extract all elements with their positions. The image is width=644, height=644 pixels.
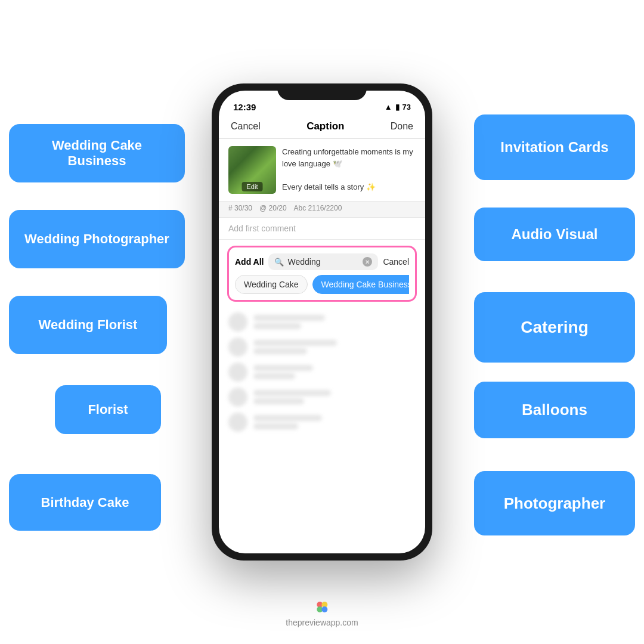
- pill-label: Photographer: [504, 494, 605, 513]
- blurred-avatar: [228, 312, 247, 332]
- search-input[interactable]: Wedding: [287, 257, 359, 267]
- pill-label: Florist: [88, 402, 128, 417]
- blurred-avatar: [228, 413, 247, 432]
- caption-line2: Every detail tells a story ✨: [282, 181, 416, 193]
- phone-screen: 12:39 ▲ ▮ 73 Cancel Caption Done: [219, 91, 425, 553]
- page-wrapper: Wedding Cake Business Wedding Photograph…: [0, 0, 644, 644]
- search-input-wrapper[interactable]: 🔍 Wedding ✕: [268, 253, 378, 270]
- bottom-branding: thepreviewapp.com: [286, 599, 358, 627]
- blurred-line: [253, 373, 295, 379]
- done-button[interactable]: Done: [391, 121, 413, 132]
- blurred-row-4: [228, 388, 416, 407]
- cancel-button[interactable]: Cancel: [231, 121, 261, 132]
- blurred-text: [253, 340, 337, 354]
- phone-outer: 12:39 ▲ ▮ 73 Cancel Caption Done: [212, 83, 432, 561]
- blurred-avatar: [228, 338, 247, 357]
- tag-chip-wedding-cake-business[interactable]: Wedding Cake Business: [312, 275, 409, 294]
- pill-balloons[interactable]: Balloons: [474, 382, 635, 438]
- blurred-text: [253, 315, 325, 329]
- svg-point-3: [321, 606, 327, 612]
- blurred-row-2: [228, 338, 416, 357]
- app-url: thepreviewapp.com: [286, 618, 358, 627]
- tag-chips-row: Wedding Cake Wedding Cake Business Weddi…: [235, 275, 409, 294]
- post-preview: Edit Creating unforgettable moments is m…: [219, 139, 425, 202]
- phone-notch: [277, 83, 367, 100]
- blurred-row-3: [228, 363, 416, 382]
- blurred-line: [253, 423, 298, 429]
- blurred-line: [253, 323, 301, 329]
- add-all-button[interactable]: Add All: [235, 257, 264, 267]
- hashtag-stats: # 30/30 @ 20/20 Abc 2116/2200: [219, 202, 425, 218]
- blurred-line: [253, 390, 331, 396]
- mention-count: @ 20/20: [259, 204, 287, 212]
- pill-label: Birthday Cake: [41, 495, 129, 510]
- search-section: Add All 🔍 Wedding ✕ Cancel Wedding Cake: [227, 246, 417, 302]
- battery-percent: 73: [402, 103, 411, 112]
- post-caption[interactable]: Creating unforgettable moments is my lov…: [282, 146, 416, 194]
- nav-bar: Cancel Caption Done: [219, 117, 425, 139]
- pill-birthday-cake[interactable]: Birthday Cake: [9, 474, 161, 531]
- battery-icon: ▮: [395, 103, 400, 112]
- pill-audio-visual[interactable]: Audio Visual: [474, 208, 635, 261]
- pill-label: Balloons: [522, 401, 587, 419]
- blurred-avatar: [228, 388, 247, 407]
- search-clear-button[interactable]: ✕: [363, 257, 372, 267]
- post-thumbnail: Edit: [228, 146, 276, 194]
- pill-label: Wedding Cake Business: [22, 138, 172, 169]
- status-icons: ▲ ▮ 73: [385, 103, 411, 112]
- phone-container: 12:39 ▲ ▮ 73 Cancel Caption Done: [212, 83, 432, 561]
- blurred-results: [219, 305, 425, 553]
- edit-overlay[interactable]: Edit: [242, 182, 263, 191]
- pill-label: Audio Visual: [512, 226, 598, 243]
- blurred-line: [253, 340, 337, 346]
- pill-florist[interactable]: Florist: [55, 385, 161, 434]
- pill-photographer[interactable]: Photographer: [474, 471, 635, 535]
- tag-chip-wedding-cake[interactable]: Wedding Cake: [235, 275, 308, 294]
- char-count: Abc 2116/2200: [294, 204, 342, 212]
- blurred-line: [253, 415, 322, 421]
- pill-wedding-florist[interactable]: Wedding Florist: [9, 296, 167, 354]
- wifi-icon: ▲: [385, 103, 392, 112]
- search-icon: 🔍: [274, 258, 284, 267]
- blurred-row-5: [228, 413, 416, 432]
- blurred-text: [253, 390, 331, 404]
- pill-wedding-cake-business[interactable]: Wedding Cake Business: [9, 124, 185, 182]
- pill-invitation-cards[interactable]: Invitation Cards: [474, 114, 635, 180]
- app-logo-icon: [314, 599, 330, 615]
- pill-label: Invitation Cards: [500, 139, 608, 156]
- blurred-row-1: [228, 312, 416, 332]
- pill-label: Wedding Florist: [39, 317, 138, 333]
- hashtag-count: # 30/30: [228, 204, 252, 212]
- pill-wedding-photographer[interactable]: Wedding Photographer: [9, 210, 185, 268]
- pill-label: Catering: [521, 318, 589, 337]
- blurred-text: [253, 415, 322, 429]
- pill-catering[interactable]: Catering: [474, 292, 635, 363]
- blurred-line: [253, 365, 313, 371]
- blurred-avatar: [228, 363, 247, 382]
- status-time: 12:39: [233, 102, 256, 112]
- blurred-line: [253, 398, 304, 404]
- search-row: Add All 🔍 Wedding ✕ Cancel: [235, 253, 409, 270]
- nav-title: Caption: [306, 120, 344, 132]
- caption-line1: Creating unforgettable moments is my lov…: [282, 146, 416, 169]
- comment-placeholder[interactable]: Add first comment: [219, 218, 425, 240]
- blurred-line: [253, 315, 325, 321]
- search-cancel-button[interactable]: Cancel: [383, 257, 409, 267]
- blurred-line: [253, 348, 307, 354]
- pill-label: Wedding Photographer: [24, 231, 169, 247]
- blurred-text: [253, 365, 313, 379]
